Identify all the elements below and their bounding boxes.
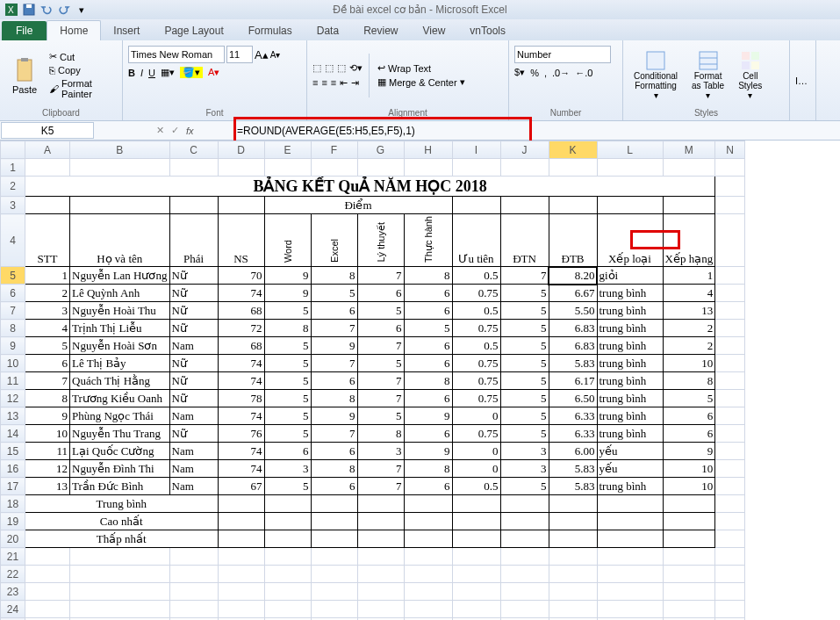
row-header-13[interactable]: 13: [1, 407, 25, 425]
cell-C22[interactable]: [169, 566, 218, 583]
row-header-24[interactable]: 24: [1, 601, 25, 618]
percent-button[interactable]: %: [530, 68, 539, 78]
cell-A4[interactable]: STT: [25, 214, 70, 267]
cell-D19[interactable]: [218, 513, 264, 530]
cell-B17[interactable]: Trần Đức Bình: [70, 478, 170, 495]
cell-K17[interactable]: 5.83: [549, 478, 597, 495]
row-header-5[interactable]: 5: [1, 267, 25, 285]
cell-F5[interactable]: 8: [311, 267, 357, 285]
cell-A14[interactable]: 10: [25, 425, 70, 443]
cell-K24[interactable]: [549, 601, 597, 618]
cell-N12[interactable]: [715, 390, 745, 407]
cell-F6[interactable]: 5: [311, 285, 357, 302]
col-header-N[interactable]: N: [715, 141, 745, 159]
cell-I5[interactable]: 0.5: [452, 267, 500, 285]
cell-D21[interactable]: [218, 548, 264, 566]
row-header-2[interactable]: 2: [1, 177, 25, 197]
cell-H23[interactable]: [404, 583, 452, 601]
cell-J8[interactable]: 5: [500, 320, 549, 337]
cell-J5[interactable]: 7: [500, 267, 549, 285]
cell-G6[interactable]: 6: [357, 285, 404, 302]
cell-C3[interactable]: [169, 197, 218, 214]
cell-E20[interactable]: [264, 530, 311, 548]
cell-L22[interactable]: [597, 566, 663, 583]
select-all-corner[interactable]: [1, 141, 25, 159]
cell-L23[interactable]: [597, 583, 663, 601]
conditional-formatting-button[interactable]: Conditional Formatting▾: [628, 48, 683, 102]
cell-G16[interactable]: 7: [357, 460, 404, 478]
cell-I23[interactable]: [452, 583, 500, 601]
cell-J17[interactable]: 5: [500, 478, 549, 495]
cell-H5[interactable]: 8: [404, 267, 452, 285]
cell-J12[interactable]: 5: [500, 390, 549, 407]
cell-M18[interactable]: [663, 495, 715, 513]
cell-M9[interactable]: 2: [663, 337, 715, 355]
cell-A10[interactable]: 6: [25, 355, 70, 372]
cell-L9[interactable]: trung bình: [597, 337, 663, 355]
cell-M20[interactable]: [663, 530, 715, 548]
cell-K19[interactable]: [549, 513, 597, 530]
col-header-L[interactable]: L: [597, 141, 663, 159]
cell-C9[interactable]: Nam: [169, 337, 218, 355]
qat-dropdown-icon[interactable]: ▾: [74, 2, 90, 18]
cell-G21[interactable]: [357, 548, 404, 566]
cell-A5[interactable]: 1: [25, 267, 70, 285]
cell-K20[interactable]: [549, 530, 597, 548]
cell-D7[interactable]: 68: [218, 302, 264, 320]
cell-J15[interactable]: 3: [500, 443, 549, 460]
cell-A2[interactable]: BẢNG KẾT QuẢ NĂM HỌC 2018: [25, 177, 715, 197]
cell-C17[interactable]: Nam: [169, 478, 218, 495]
cell-F9[interactable]: 9: [311, 337, 357, 355]
cell-F22[interactable]: [311, 566, 357, 583]
cell-M5[interactable]: 1: [663, 267, 715, 285]
cell-B3[interactable]: [70, 197, 170, 214]
cell-H10[interactable]: 6: [404, 355, 452, 372]
cell-L11[interactable]: trung bình: [597, 372, 663, 390]
cell-D20[interactable]: [218, 530, 264, 548]
cell-M3[interactable]: [663, 197, 715, 214]
cell-L12[interactable]: trung bình: [597, 390, 663, 407]
cell-G17[interactable]: 7: [357, 478, 404, 495]
cell-C8[interactable]: Nữ: [169, 320, 218, 337]
cell-H13[interactable]: 9: [404, 407, 452, 425]
cell-F8[interactable]: 7: [311, 320, 357, 337]
cell-N3[interactable]: [715, 197, 745, 214]
cell-L20[interactable]: [597, 530, 663, 548]
cell-A12[interactable]: 8: [25, 390, 70, 407]
cell-G10[interactable]: 5: [357, 355, 404, 372]
cell-I16[interactable]: 0: [452, 460, 500, 478]
cell-B5[interactable]: Nguyễn Lan Hương: [70, 267, 170, 285]
grow-font-icon[interactable]: A▴: [255, 48, 269, 61]
cell-L8[interactable]: trung bình: [597, 320, 663, 337]
cell-M15[interactable]: 9: [663, 443, 715, 460]
cell-N11[interactable]: [715, 372, 745, 390]
cell-A6[interactable]: 2: [25, 285, 70, 302]
cell-J16[interactable]: 3: [500, 460, 549, 478]
cell-G9[interactable]: 7: [357, 337, 404, 355]
cell-H6[interactable]: 6: [404, 285, 452, 302]
cell-F21[interactable]: [311, 548, 357, 566]
cell-K22[interactable]: [549, 566, 597, 583]
cell-I8[interactable]: 0.75: [452, 320, 500, 337]
cell-D4[interactable]: NS: [218, 214, 264, 267]
cell-I7[interactable]: 0.5: [452, 302, 500, 320]
cell-D5[interactable]: 70: [218, 267, 264, 285]
cell-H1[interactable]: [404, 159, 452, 177]
cell-H7[interactable]: 6: [404, 302, 452, 320]
cell-K10[interactable]: 5.83: [549, 355, 597, 372]
cell-L19[interactable]: [597, 513, 663, 530]
cell-C1[interactable]: [169, 159, 218, 177]
cell-I9[interactable]: 0.5: [452, 337, 500, 355]
cell-G15[interactable]: 3: [357, 443, 404, 460]
cell-E4[interactable]: Word: [264, 214, 311, 267]
col-header-E[interactable]: E: [264, 141, 311, 159]
cell-J7[interactable]: 5: [500, 302, 549, 320]
cell-I22[interactable]: [452, 566, 500, 583]
cell-C14[interactable]: Nữ: [169, 425, 218, 443]
cell-D15[interactable]: 74: [218, 443, 264, 460]
cell-F23[interactable]: [311, 583, 357, 601]
cell-M10[interactable]: 10: [663, 355, 715, 372]
row-header-9[interactable]: 9: [1, 337, 25, 355]
cell-E7[interactable]: 5: [264, 302, 311, 320]
cell-F12[interactable]: 8: [311, 390, 357, 407]
